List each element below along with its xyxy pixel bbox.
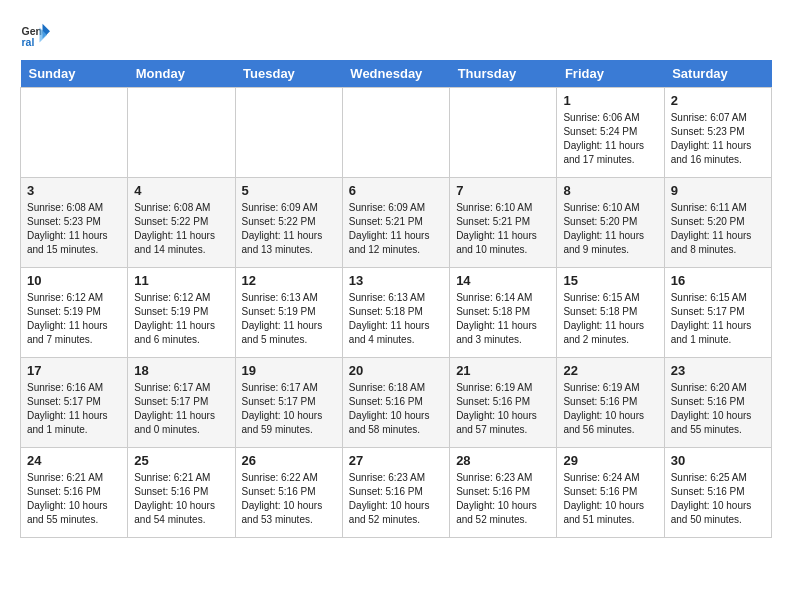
logo-icon: Gene ral bbox=[20, 20, 50, 50]
calendar-cell: 21Sunrise: 6:19 AM Sunset: 5:16 PM Dayli… bbox=[450, 358, 557, 448]
day-number: 12 bbox=[242, 273, 336, 288]
day-info: Sunrise: 6:10 AM Sunset: 5:20 PM Dayligh… bbox=[563, 201, 657, 257]
day-number: 9 bbox=[671, 183, 765, 198]
day-info: Sunrise: 6:08 AM Sunset: 5:23 PM Dayligh… bbox=[27, 201, 121, 257]
calendar-cell: 2Sunrise: 6:07 AM Sunset: 5:23 PM Daylig… bbox=[664, 88, 771, 178]
day-info: Sunrise: 6:25 AM Sunset: 5:16 PM Dayligh… bbox=[671, 471, 765, 527]
day-number: 14 bbox=[456, 273, 550, 288]
calendar-cell: 18Sunrise: 6:17 AM Sunset: 5:17 PM Dayli… bbox=[128, 358, 235, 448]
page-header: Gene ral bbox=[20, 20, 772, 50]
day-info: Sunrise: 6:13 AM Sunset: 5:18 PM Dayligh… bbox=[349, 291, 443, 347]
day-info: Sunrise: 6:06 AM Sunset: 5:24 PM Dayligh… bbox=[563, 111, 657, 167]
calendar-cell: 26Sunrise: 6:22 AM Sunset: 5:16 PM Dayli… bbox=[235, 448, 342, 538]
calendar-cell: 4Sunrise: 6:08 AM Sunset: 5:22 PM Daylig… bbox=[128, 178, 235, 268]
calendar-cell bbox=[21, 88, 128, 178]
day-number: 21 bbox=[456, 363, 550, 378]
calendar-cell bbox=[450, 88, 557, 178]
day-number: 13 bbox=[349, 273, 443, 288]
calendar-cell: 16Sunrise: 6:15 AM Sunset: 5:17 PM Dayli… bbox=[664, 268, 771, 358]
day-number: 3 bbox=[27, 183, 121, 198]
calendar-week-row: 24Sunrise: 6:21 AM Sunset: 5:16 PM Dayli… bbox=[21, 448, 772, 538]
logo: Gene ral bbox=[20, 20, 54, 50]
day-info: Sunrise: 6:22 AM Sunset: 5:16 PM Dayligh… bbox=[242, 471, 336, 527]
calendar-cell: 23Sunrise: 6:20 AM Sunset: 5:16 PM Dayli… bbox=[664, 358, 771, 448]
calendar-cell: 5Sunrise: 6:09 AM Sunset: 5:22 PM Daylig… bbox=[235, 178, 342, 268]
calendar-cell: 6Sunrise: 6:09 AM Sunset: 5:21 PM Daylig… bbox=[342, 178, 449, 268]
calendar-cell: 1Sunrise: 6:06 AM Sunset: 5:24 PM Daylig… bbox=[557, 88, 664, 178]
day-info: Sunrise: 6:12 AM Sunset: 5:19 PM Dayligh… bbox=[27, 291, 121, 347]
calendar-table: SundayMondayTuesdayWednesdayThursdayFrid… bbox=[20, 60, 772, 538]
day-info: Sunrise: 6:24 AM Sunset: 5:16 PM Dayligh… bbox=[563, 471, 657, 527]
calendar-cell bbox=[342, 88, 449, 178]
day-number: 29 bbox=[563, 453, 657, 468]
calendar-cell: 10Sunrise: 6:12 AM Sunset: 5:19 PM Dayli… bbox=[21, 268, 128, 358]
day-number: 22 bbox=[563, 363, 657, 378]
day-info: Sunrise: 6:20 AM Sunset: 5:16 PM Dayligh… bbox=[671, 381, 765, 437]
day-number: 2 bbox=[671, 93, 765, 108]
calendar-week-row: 17Sunrise: 6:16 AM Sunset: 5:17 PM Dayli… bbox=[21, 358, 772, 448]
weekday-header-tuesday: Tuesday bbox=[235, 60, 342, 88]
weekday-header-wednesday: Wednesday bbox=[342, 60, 449, 88]
calendar-cell bbox=[235, 88, 342, 178]
calendar-week-row: 1Sunrise: 6:06 AM Sunset: 5:24 PM Daylig… bbox=[21, 88, 772, 178]
calendar-cell: 25Sunrise: 6:21 AM Sunset: 5:16 PM Dayli… bbox=[128, 448, 235, 538]
weekday-header-sunday: Sunday bbox=[21, 60, 128, 88]
day-number: 15 bbox=[563, 273, 657, 288]
day-number: 7 bbox=[456, 183, 550, 198]
day-number: 16 bbox=[671, 273, 765, 288]
day-info: Sunrise: 6:17 AM Sunset: 5:17 PM Dayligh… bbox=[242, 381, 336, 437]
day-info: Sunrise: 6:23 AM Sunset: 5:16 PM Dayligh… bbox=[456, 471, 550, 527]
calendar-cell: 8Sunrise: 6:10 AM Sunset: 5:20 PM Daylig… bbox=[557, 178, 664, 268]
day-info: Sunrise: 6:21 AM Sunset: 5:16 PM Dayligh… bbox=[134, 471, 228, 527]
day-info: Sunrise: 6:08 AM Sunset: 5:22 PM Dayligh… bbox=[134, 201, 228, 257]
day-info: Sunrise: 6:16 AM Sunset: 5:17 PM Dayligh… bbox=[27, 381, 121, 437]
calendar-cell: 19Sunrise: 6:17 AM Sunset: 5:17 PM Dayli… bbox=[235, 358, 342, 448]
day-number: 26 bbox=[242, 453, 336, 468]
calendar-cell: 7Sunrise: 6:10 AM Sunset: 5:21 PM Daylig… bbox=[450, 178, 557, 268]
calendar-cell: 17Sunrise: 6:16 AM Sunset: 5:17 PM Dayli… bbox=[21, 358, 128, 448]
weekday-header-thursday: Thursday bbox=[450, 60, 557, 88]
calendar-cell: 22Sunrise: 6:19 AM Sunset: 5:16 PM Dayli… bbox=[557, 358, 664, 448]
day-number: 19 bbox=[242, 363, 336, 378]
weekday-header-monday: Monday bbox=[128, 60, 235, 88]
day-number: 8 bbox=[563, 183, 657, 198]
calendar-cell: 9Sunrise: 6:11 AM Sunset: 5:20 PM Daylig… bbox=[664, 178, 771, 268]
calendar-cell: 28Sunrise: 6:23 AM Sunset: 5:16 PM Dayli… bbox=[450, 448, 557, 538]
day-number: 10 bbox=[27, 273, 121, 288]
day-info: Sunrise: 6:09 AM Sunset: 5:21 PM Dayligh… bbox=[349, 201, 443, 257]
day-info: Sunrise: 6:15 AM Sunset: 5:17 PM Dayligh… bbox=[671, 291, 765, 347]
day-info: Sunrise: 6:11 AM Sunset: 5:20 PM Dayligh… bbox=[671, 201, 765, 257]
day-number: 23 bbox=[671, 363, 765, 378]
calendar-cell: 11Sunrise: 6:12 AM Sunset: 5:19 PM Dayli… bbox=[128, 268, 235, 358]
day-number: 20 bbox=[349, 363, 443, 378]
calendar-cell bbox=[128, 88, 235, 178]
calendar-cell: 20Sunrise: 6:18 AM Sunset: 5:16 PM Dayli… bbox=[342, 358, 449, 448]
calendar-cell: 27Sunrise: 6:23 AM Sunset: 5:16 PM Dayli… bbox=[342, 448, 449, 538]
weekday-header-friday: Friday bbox=[557, 60, 664, 88]
day-number: 1 bbox=[563, 93, 657, 108]
day-number: 27 bbox=[349, 453, 443, 468]
svg-text:ral: ral bbox=[22, 36, 35, 48]
day-number: 4 bbox=[134, 183, 228, 198]
day-number: 18 bbox=[134, 363, 228, 378]
calendar-cell: 29Sunrise: 6:24 AM Sunset: 5:16 PM Dayli… bbox=[557, 448, 664, 538]
calendar-week-row: 10Sunrise: 6:12 AM Sunset: 5:19 PM Dayli… bbox=[21, 268, 772, 358]
calendar-week-row: 3Sunrise: 6:08 AM Sunset: 5:23 PM Daylig… bbox=[21, 178, 772, 268]
day-info: Sunrise: 6:12 AM Sunset: 5:19 PM Dayligh… bbox=[134, 291, 228, 347]
day-info: Sunrise: 6:10 AM Sunset: 5:21 PM Dayligh… bbox=[456, 201, 550, 257]
day-number: 25 bbox=[134, 453, 228, 468]
weekday-header-row: SundayMondayTuesdayWednesdayThursdayFrid… bbox=[21, 60, 772, 88]
day-info: Sunrise: 6:23 AM Sunset: 5:16 PM Dayligh… bbox=[349, 471, 443, 527]
calendar-cell: 30Sunrise: 6:25 AM Sunset: 5:16 PM Dayli… bbox=[664, 448, 771, 538]
day-info: Sunrise: 6:07 AM Sunset: 5:23 PM Dayligh… bbox=[671, 111, 765, 167]
day-info: Sunrise: 6:09 AM Sunset: 5:22 PM Dayligh… bbox=[242, 201, 336, 257]
day-info: Sunrise: 6:14 AM Sunset: 5:18 PM Dayligh… bbox=[456, 291, 550, 347]
day-number: 5 bbox=[242, 183, 336, 198]
day-number: 24 bbox=[27, 453, 121, 468]
day-info: Sunrise: 6:15 AM Sunset: 5:18 PM Dayligh… bbox=[563, 291, 657, 347]
calendar-cell: 15Sunrise: 6:15 AM Sunset: 5:18 PM Dayli… bbox=[557, 268, 664, 358]
day-info: Sunrise: 6:19 AM Sunset: 5:16 PM Dayligh… bbox=[563, 381, 657, 437]
day-info: Sunrise: 6:17 AM Sunset: 5:17 PM Dayligh… bbox=[134, 381, 228, 437]
day-number: 17 bbox=[27, 363, 121, 378]
day-number: 11 bbox=[134, 273, 228, 288]
